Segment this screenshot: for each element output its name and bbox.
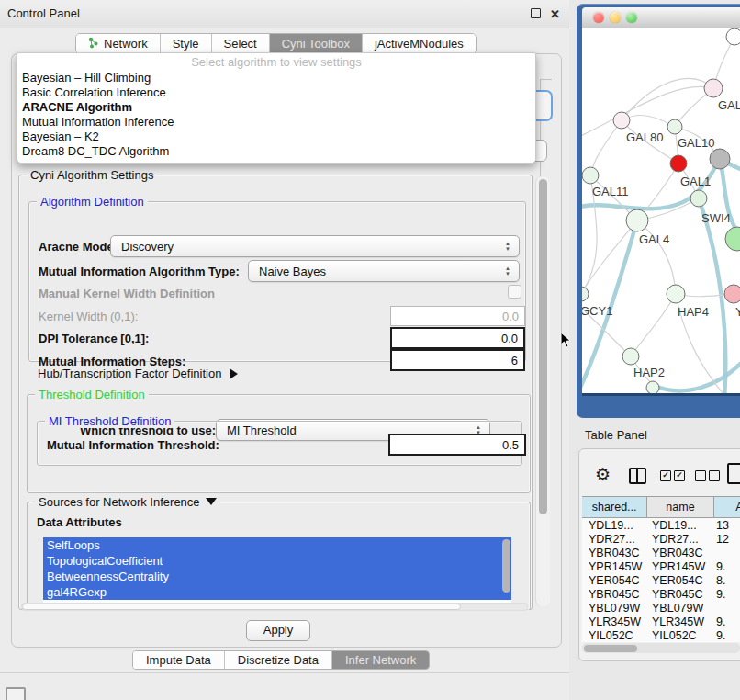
bottom-tab-infer-network[interactable]: Infer Network [332,651,429,669]
network-node-y[interactable] [724,285,740,303]
network-node-gal11[interactable] [582,167,599,184]
sources-group: Sources for Network Inference Data Attri… [27,502,531,610]
table-panel-title: Table Panel [585,428,647,442]
table-row[interactable]: YDR27...YDR27...12 [582,532,740,546]
close-icon[interactable]: ✕ [549,8,561,20]
network-node-gal4[interactable] [626,209,648,231]
panel-grip-icon[interactable] [6,687,26,700]
list-scrollbar[interactable] [502,539,510,593]
table-row[interactable]: YBR045CYBR045C9. [582,587,740,601]
manual-kernel-checkbox[interactable] [508,285,521,299]
table-row[interactable]: YIL052CYIL052C9. [582,628,740,642]
column-header-A[interactable]: A [714,497,740,517]
network-edge [637,220,676,294]
bottom-tab-discretize-data[interactable]: Discretize Data [225,651,332,669]
algorithm-definition-group: Algorithm Definition Aracne Mode: Discov… [28,201,526,362]
minimize-traffic-light-icon[interactable] [610,12,621,23]
select-all-columns-icon[interactable]: ✓✓ [660,470,685,481]
deselect-all-columns-icon[interactable] [695,470,720,481]
algorithm-option[interactable]: ARACNE Algorithm [17,100,535,115]
node-label: GAL1 [680,175,711,188]
algorithm-option[interactable]: Bayesian – K2 [17,130,535,144]
close-traffic-light-icon[interactable] [593,12,604,23]
network-node[interactable] [726,28,740,45]
algorithm-option[interactable]: Mutual Information Inference [17,115,535,130]
table-row[interactable]: YBL079WYBL079W [582,601,740,615]
network-node-gcy1[interactable] [582,287,589,301]
attribute-item[interactable]: TopologicalCoefficient [43,553,511,569]
cyni-algorithm-settings-group: Cyni Algorithm Settings Algorithm Defini… [18,175,533,610]
table-row[interactable]: YBR043CYBR043C [582,546,740,559]
table-cell: YDR27... [645,533,710,546]
attribute-item[interactable]: BetweennessCentrality [43,569,511,584]
network-node-gal80[interactable] [613,112,630,129]
network-node[interactable] [646,381,659,393]
algorithm-option[interactable]: Bayesian – Hill Climbing [17,71,535,85]
horizontal-scrollbar[interactable] [21,603,528,611]
mouse-cursor [560,333,571,349]
network-node-hap4[interactable] [667,285,685,303]
table-row[interactable]: YDL19...YDL19...13 [582,518,740,532]
network-node[interactable] [725,227,740,251]
dpi-tolerance-field[interactable]: 0.0 [390,327,525,349]
settings-vertical-scrollbar[interactable] [535,176,550,606]
network-node-swi4[interactable] [690,190,707,207]
algorithm-option[interactable]: Dream8 DC_TDC Algorithm [17,144,535,159]
tab-label: Network [104,37,148,51]
algorithm-option[interactable]: Basic Correlation Inference [17,85,535,100]
algorithm-dropdown-popup: Select algorithm to view settings Bayesi… [17,52,536,164]
panel-divider [0,672,569,673]
tab-label: Cyni Toolbox [282,37,350,51]
gear-icon[interactable]: ⚙ [595,464,611,485]
attribute-item[interactable]: SelfLoops [43,537,511,553]
network-canvas[interactable]: GALGAL80GAL10GAL1GAL11SWI4GAL4GCY1HAP4YH… [582,28,740,393]
table-horizontal-scrollbar[interactable] [582,643,740,653]
mi-threshold-field[interactable]: 0.5 [388,434,526,456]
network-node[interactable] [710,149,730,169]
tab-network[interactable]: Network [76,34,161,53]
network-node-gal[interactable] [704,79,723,97]
network-node-hap2[interactable] [622,348,639,365]
network-node-gal10[interactable] [667,119,682,134]
aracne-mode-combobox[interactable]: Discovery ▲▼ [110,235,520,257]
tab-select[interactable]: Select [212,34,270,53]
zoom-traffic-light-icon[interactable] [626,12,637,23]
panel-title: Control Panel [7,6,80,20]
kernel-width-field[interactable]: 0.0 [390,306,525,326]
hub-definition-expander[interactable]: Hub/Transcription Factor Definition [38,367,238,380]
network-node-gal1[interactable] [670,155,687,172]
sources-title: Sources for Network Inference [35,495,220,509]
threshold-definition-group: Threshold Definition Which threshold to … [27,394,531,493]
column-header-shared[interactable]: shared... [582,497,647,517]
table-cell: YER054C [582,574,645,587]
float-window-icon[interactable] [531,8,541,18]
attribute-item[interactable]: gal4RGexp [43,584,511,600]
table-row[interactable]: YER054CYER054C8. [582,573,740,587]
mi-type-combobox[interactable]: Naive Bayes ▲▼ [248,260,520,282]
data-attributes-list[interactable]: SelfLoopsTopologicalCoefficientBetweenne… [43,537,511,603]
column-header-name[interactable]: name [647,497,713,517]
tab-jactivemnodules[interactable]: jActiveMNodules [363,34,476,53]
table-cell: 9. [710,615,740,628]
mi-type-value: Naive Bayes [249,265,500,278]
node-label: GCY1 [582,304,612,318]
table-cell: YDL19... [645,519,710,532]
bottom-tab-label: Impute Data [146,653,211,667]
network-window-titlebar[interactable] [582,7,740,28]
table-row[interactable]: YPR145WYPR145W9. [582,559,740,573]
apply-button[interactable]: Apply [246,620,310,641]
bottom-tab-impute-data[interactable]: Impute Data [133,651,225,669]
tab-cyni-toolbox[interactable]: Cyni Toolbox [270,34,363,53]
node-table: shared...nameA YDL19...YDL19...13YDR27..… [582,496,740,642]
table-cell: YDL19... [582,519,645,532]
mi-steps-field[interactable]: 6 [390,349,525,371]
split-view-icon[interactable] [629,468,646,484]
table-row[interactable]: YLR345WYLR345W9. [582,615,740,628]
table-cell: YBR045C [582,588,645,601]
tab-style[interactable]: Style [161,34,212,53]
document-icon[interactable] [727,463,740,484]
node-label: HAP4 [678,305,709,319]
tab-label: Style [173,37,199,51]
network-icon [88,37,99,51]
expander-right-icon [230,368,238,379]
